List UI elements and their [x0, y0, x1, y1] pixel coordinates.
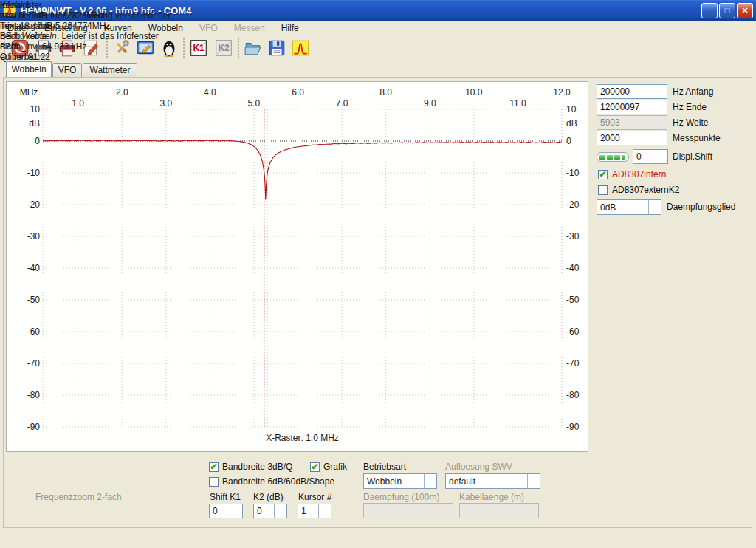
svg-text:dB: dB — [566, 118, 577, 129]
menu-hilfe[interactable]: Hilfe — [281, 23, 299, 33]
shift-k1-label: Shift K1 — [210, 492, 241, 502]
progress-segment — [622, 155, 625, 160]
chart-panel: 1.02.03.04.05.06.07.08.09.010.011.012.0M… — [6, 81, 588, 452]
progress-segment — [614, 155, 620, 160]
svg-text:-90: -90 — [566, 422, 580, 432]
svg-text:-20: -20 — [566, 199, 580, 210]
svg-text:2.0: 2.0 — [116, 87, 128, 97]
save-icon — [267, 38, 286, 58]
tab-wattmeter[interactable]: Wattmeter — [83, 63, 137, 77]
svg-text:MHz: MHz — [20, 87, 38, 97]
betriebsart-select[interactable]: Wobbeln — [363, 473, 437, 489]
messpunkte-input[interactable] — [597, 131, 667, 145]
displ-shift-input[interactable] — [633, 149, 668, 164]
ad8307intern-checkbox[interactable] — [598, 170, 608, 179]
close-button[interactable]: ✕ — [737, 3, 753, 18]
hz-weite-label: Hz Weite — [673, 117, 708, 128]
hz-ende-input[interactable] — [597, 100, 667, 114]
k2-icon: K2 — [214, 38, 233, 58]
ad8307externk2-label: AD8307externK2 — [612, 185, 679, 195]
hz-weite-input — [597, 115, 667, 130]
chevron-down-icon — [527, 474, 540, 488]
svg-text:10: 10 — [30, 104, 41, 114]
hz-anfang-label: Hz Anfang — [673, 86, 713, 97]
svg-text:11.0: 11.0 — [509, 98, 526, 109]
toolbar-separator — [238, 38, 239, 58]
daempfung-label: Daempfung (100m) — [363, 492, 439, 502]
svg-text:5.0: 5.0 — [248, 98, 261, 109]
svg-text:-80: -80 — [566, 390, 580, 400]
svg-text:-60: -60 — [566, 326, 580, 337]
minimize-icon: _ — [702, 7, 717, 21]
filter-curve-icon — [291, 38, 310, 58]
filter-curve-button[interactable] — [289, 37, 312, 59]
grafik-label: Grafik — [323, 462, 347, 472]
bandbreite-3db-label: Bandbreite 3dB/Q — [222, 462, 292, 472]
k2-curve-button[interactable]: K2 — [213, 37, 235, 59]
svg-text:0: 0 — [566, 136, 571, 146]
svg-text:1.0: 1.0 — [72, 98, 84, 109]
svg-text:-30: -30 — [27, 231, 41, 242]
menu-messen: Messen — [234, 23, 265, 33]
save-button[interactable] — [266, 37, 288, 59]
svg-text:-70: -70 — [566, 358, 580, 369]
tab-bar: Wobbeln VFO Wattmeter — [0, 61, 756, 77]
svg-text:-70: -70 — [27, 358, 41, 369]
daempfungsglied-select[interactable]: 0dB — [597, 199, 662, 215]
svg-text:-10: -10 — [566, 168, 580, 178]
maximize-button[interactable]: □ — [719, 3, 735, 18]
open-file-button[interactable] — [242, 37, 264, 59]
aufloesung-swv-select: default — [445, 473, 540, 489]
svg-text:-40: -40 — [566, 263, 580, 273]
grafik-checkbox[interactable] — [310, 462, 320, 472]
shift-k1-select[interactable]: 0 — [209, 504, 243, 518]
svg-text:-80: -80 — [27, 390, 41, 400]
svg-text:0: 0 — [35, 136, 40, 146]
toolbar-separator — [183, 38, 185, 58]
svg-text:-60: -60 — [27, 326, 41, 337]
tab-wobbeln[interactable]: Wobbeln — [6, 61, 52, 77]
daempfung-input — [363, 503, 453, 518]
kursor-select[interactable]: 1 — [298, 504, 331, 518]
tooltip-title: Infofenster — [0, 0, 171, 10]
ad8307externk2-checkbox[interactable] — [598, 185, 608, 195]
svg-text:-20: -20 — [27, 199, 41, 210]
maximize-icon: □ — [720, 4, 735, 17]
kabellaenge-label: Kabellaenge (m) — [459, 492, 524, 502]
chevron-down-icon — [424, 474, 436, 488]
messpunkte-label: Messpunkte — [673, 133, 721, 143]
bandbreite-6db-label: Bandbreite 6dB/60dB/Shape — [222, 476, 334, 487]
close-icon: ✕ — [738, 4, 752, 17]
k2-db-select[interactable]: 0 — [253, 504, 287, 518]
hz-anfang-input[interactable] — [597, 84, 667, 99]
tab-vfo[interactable]: VFO — [52, 63, 82, 77]
progress-segment — [607, 155, 613, 160]
svg-text:-40: -40 — [27, 263, 41, 273]
chevron-down-icon — [648, 200, 661, 214]
svg-text:K2: K2 — [218, 43, 230, 53]
svg-text:4.0: 4.0 — [204, 87, 216, 97]
progress-segment — [599, 155, 605, 160]
chevron-down-icon — [318, 504, 331, 518]
ad8307intern-label: AD8307intern — [612, 169, 666, 179]
aufloesung-swv-label: Aufloesung SWV — [445, 462, 512, 472]
svg-text:-30: -30 — [566, 231, 580, 242]
frequenzzoom-label: Frequenzzoom 2-fach — [35, 492, 122, 502]
k1-icon: K1 — [189, 38, 208, 58]
chevron-down-icon — [230, 504, 242, 518]
minimize-button[interactable]: _ — [701, 3, 718, 18]
folder-open-icon — [244, 38, 263, 58]
svg-text:9.0: 9.0 — [424, 98, 436, 109]
displ-shift-label: Displ.Shift — [673, 151, 712, 162]
svg-text:-90: -90 — [27, 422, 41, 432]
svg-text:-50: -50 — [27, 295, 41, 305]
sweep-chart[interactable]: 1.02.03.04.05.06.07.08.09.010.011.012.0M… — [7, 82, 588, 451]
sweep-progress-bar — [597, 152, 629, 162]
k1-curve-button[interactable]: K1 — [188, 37, 210, 59]
svg-text:10.0: 10.0 — [465, 87, 483, 97]
bandbreite-3db-checkbox[interactable] — [209, 462, 219, 472]
bandbreite-6db-checkbox[interactable] — [209, 477, 219, 487]
daempfungsglied-label: Daempfungsglied — [667, 202, 735, 212]
menu-vfo: VFO — [199, 23, 218, 33]
hz-ende-label: Hz Ende — [673, 102, 707, 112]
